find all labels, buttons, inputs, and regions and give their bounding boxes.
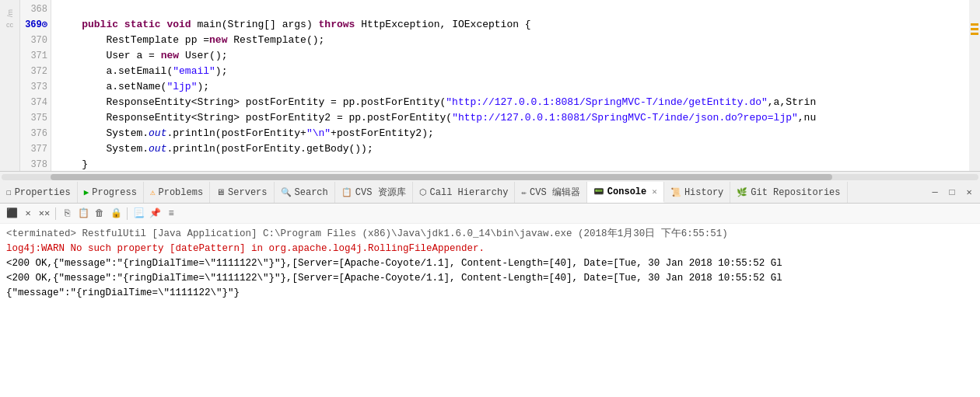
pin-btn[interactable]: 📌 [148, 207, 162, 221]
gutter-icon-2: cc [6, 17, 13, 33]
editor-section: /m cc 368 369⊙ 370 371 372 373 374 375 3… [0, 0, 980, 171]
close-console-btn[interactable]: ✕ [21, 207, 35, 221]
editor-h-scrollbar[interactable] [0, 171, 980, 182]
tab-search-label: Search [295, 187, 328, 198]
tab-call-hierarchy[interactable]: ⬡ Call Hierarchy [413, 182, 516, 203]
json-text: {"message":"{ringDialTime=\"1111122\"}"} [6, 287, 240, 298]
new-console-btn[interactable]: 📃 [131, 207, 145, 221]
tab-progress[interactable]: ▶ Progress [78, 182, 144, 203]
code-line-378: } [58, 157, 969, 171]
tab-properties[interactable]: ☐ Properties [0, 182, 78, 203]
copy-btn[interactable]: ⎘ [60, 207, 74, 221]
code-area[interactable]: public static void main(String[] args) t… [51, 0, 969, 171]
ln-371: 371 [20, 48, 47, 64]
code-line-373: a.setName("ljp"); [58, 79, 969, 95]
code-line-368 [58, 2, 969, 17]
ln-375: 375 [20, 110, 47, 126]
problems-icon: ⚠ [150, 187, 156, 197]
code-line-376: System.out.println(postForEntity+"\n"+po… [58, 126, 969, 141]
console-toolbar: ⬛ ✕ ✕✕ ⎘ 📋 🗑 🔒 📃 📌 ≡ [0, 204, 980, 224]
ln-372: 372 [20, 64, 47, 79]
h-scrollbar-thumb[interactable] [51, 174, 832, 180]
tab-history[interactable]: 📜 History [664, 182, 730, 203]
tab-cvs-resources-label: CVS 资源库 [355, 186, 406, 199]
ln-369: 369⊙ [20, 17, 47, 33]
tab-servers-label: Servers [228, 187, 267, 198]
tab-git-repositories[interactable]: 🌿 Git Repositories [730, 182, 847, 203]
close-panel-btn[interactable]: ✕ [961, 185, 977, 200]
clear-btn[interactable]: 🗑 [93, 207, 107, 221]
search-icon: 🔍 [281, 187, 292, 197]
line-numbers: 368 369⊙ 370 371 372 373 374 375 376 377… [20, 0, 51, 171]
console-response-line-2: <200 OK,{"message":"{ringDialTime=\"1111… [6, 271, 974, 286]
maximize-panel-btn[interactable]: □ [944, 185, 960, 200]
servers-icon: 🖥 [216, 187, 225, 197]
tab-properties-label: Properties [15, 187, 71, 198]
tab-cvs-editor-label: CVS 编辑器 [530, 186, 580, 199]
console-output[interactable]: <terminated> RestfulUtil [Java Applicati… [0, 224, 980, 397]
toolbar-sep-1 [55, 207, 56, 220]
console-json-line: {"message":"{ringDialTime=\"1111122\"}"} [6, 286, 974, 301]
tab-bar: ☐ Properties ▶ Progress ⚠ Problems 🖥 Ser… [0, 182, 980, 204]
ln-370: 370 [20, 33, 47, 48]
history-icon: 📜 [670, 187, 681, 197]
app-container: /m cc 368 369⊙ 370 371 372 373 374 375 3… [0, 0, 980, 397]
response-text-2: <200 OK,{"message":"{ringDialTime=\"1111… [6, 273, 782, 284]
mini-gutter: /m cc [0, 0, 20, 171]
console-response-line-1: <200 OK,{"message":"{ringDialTime=\"1111… [6, 256, 974, 271]
tab-cvs-editor[interactable]: ✏ CVS 编辑器 [515, 182, 586, 203]
console-terminated-line: <terminated> RestfulUtil [Java Applicati… [6, 227, 974, 242]
console-close-icon[interactable]: ✕ [652, 186, 657, 197]
git-icon: 🌿 [737, 187, 747, 197]
tab-console-label: Console [607, 186, 646, 197]
console-icon: 📟 [593, 186, 604, 197]
properties-icon: ☐ [6, 187, 12, 197]
code-line-370: RestTemplate pp =new RestTemplate(); [58, 33, 969, 48]
tab-bar-controls: ─ □ ✕ [927, 182, 980, 203]
warn-text: log4j:WARN No such property [datePattern… [6, 243, 485, 254]
tab-problems-label: Problems [159, 187, 204, 198]
code-line-372: a.setEmail("email"); [58, 64, 969, 79]
toolbar-sep-2 [127, 207, 128, 220]
remove-all-btn[interactable]: ✕✕ [37, 207, 51, 221]
tab-call-hierarchy-label: Call Hierarchy [430, 187, 509, 198]
tab-git-label: Git Repositories [751, 187, 840, 198]
tab-console[interactable]: 📟 Console ✕ [587, 182, 664, 203]
scroll-lock-btn[interactable]: 🔒 [109, 207, 123, 221]
tab-servers[interactable]: 🖥 Servers [210, 182, 274, 203]
cvs-editor-icon: ✏ [521, 187, 527, 197]
progress-icon: ▶ [84, 187, 89, 197]
ln-377: 377 [20, 141, 47, 157]
tab-cvs-resources[interactable]: 📋 CVS 资源库 [335, 182, 413, 203]
editor-right-scrollbar[interactable] [969, 0, 980, 171]
call-hierarchy-icon: ⬡ [419, 187, 427, 197]
code-line-377: System.out.println(postForEntity.getBody… [58, 141, 969, 157]
ln-368: 368 [20, 2, 47, 17]
cvs-resources-icon: 📋 [341, 187, 352, 197]
h-scrollbar-track[interactable] [2, 174, 978, 180]
code-line-375: ResponseEntity<String> postForEntity2 = … [58, 110, 969, 126]
gutter-icon-1: /m [2, 2, 18, 17]
response-text-1: <200 OK,{"message":"{ringDialTime=\"1111… [6, 258, 782, 269]
tab-progress-label: Progress [92, 187, 137, 198]
tab-history-label: History [684, 187, 723, 198]
code-line-371: User a = new User(); [58, 48, 969, 64]
minimize-panel-btn[interactable]: ─ [927, 185, 943, 200]
code-line-374: ResponseEntity<String> postForEntity = p… [58, 95, 969, 110]
terminated-text: <terminated> RestfulUtil [Java Applicati… [6, 228, 728, 239]
console-menu-btn[interactable]: ≡ [164, 207, 178, 221]
ln-373: 373 [20, 79, 47, 95]
paste-btn[interactable]: 📋 [76, 207, 90, 221]
ln-374: 374 [20, 95, 47, 110]
console-warn-line: log4j:WARN No such property [datePattern… [6, 242, 974, 256]
bottom-panel: ☐ Properties ▶ Progress ⚠ Problems 🖥 Ser… [0, 182, 980, 397]
code-line-369: public static void main(String[] args) t… [58, 17, 969, 33]
stop-btn[interactable]: ⬛ [5, 207, 19, 221]
tab-search[interactable]: 🔍 Search [275, 182, 335, 203]
ln-378: 378 [20, 157, 47, 172]
ln-376: 376 [20, 126, 47, 141]
tab-problems[interactable]: ⚠ Problems [144, 182, 210, 203]
